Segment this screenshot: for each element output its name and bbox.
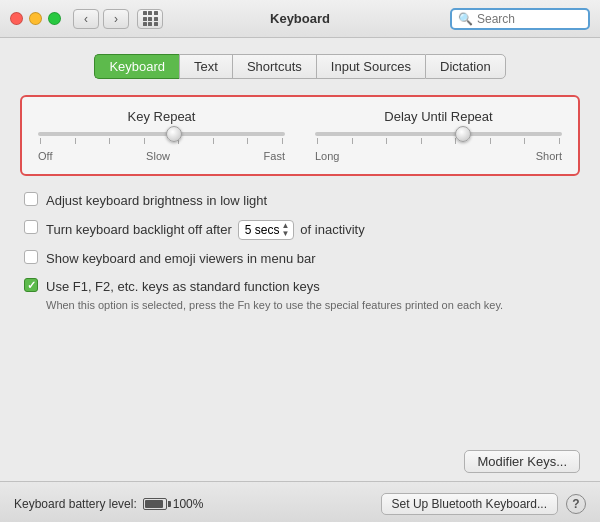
key-repeat-label: Key Repeat	[38, 109, 285, 124]
bottom-right-buttons: Set Up Bluetooth Keyboard... ?	[381, 493, 586, 515]
backlight-dropdown[interactable]: 5 secs ▲▼	[238, 220, 295, 240]
option-backlight-text: Turn keyboard backlight off after	[46, 221, 232, 239]
option-backlight: Turn keyboard backlight off after 5 secs…	[24, 220, 576, 240]
delay-repeat-slider-container	[315, 132, 562, 144]
help-button[interactable]: ?	[566, 494, 586, 514]
bottom-bar: Keyboard battery level: 100% Set Up Blue…	[0, 481, 600, 522]
tab-dictation[interactable]: Dictation	[425, 54, 506, 79]
delay-repeat-scale: Long Short	[315, 150, 562, 162]
main-content: Keyboard Text Shortcuts Input Sources Di…	[0, 38, 600, 311]
option-emoji-text: Show keyboard and emoji viewers in menu …	[46, 250, 316, 268]
option-emoji: Show keyboard and emoji viewers in menu …	[24, 250, 576, 268]
backlight-dropdown-value: 5 secs	[245, 223, 280, 237]
search-box[interactable]: 🔍	[450, 8, 590, 30]
checkbox-emoji[interactable]	[24, 250, 38, 264]
tab-text[interactable]: Text	[179, 54, 232, 79]
tabs: Keyboard Text Shortcuts Input Sources Di…	[20, 54, 580, 79]
footer: Modifier Keys... Keyboard battery level:…	[0, 442, 600, 522]
option-brightness: Adjust keyboard brightness in low light	[24, 192, 576, 210]
search-input[interactable]	[477, 12, 582, 26]
window-title: Keyboard	[270, 11, 330, 26]
option-backlight-inline: Turn keyboard backlight off after 5 secs…	[46, 220, 365, 240]
key-repeat-scale: Off Slow Fast	[38, 150, 285, 162]
key-repeat-off: Off	[38, 150, 52, 162]
delay-repeat-label: Delay Until Repeat	[315, 109, 562, 124]
option-backlight-suffix: of inactivity	[300, 221, 364, 239]
modifier-row: Modifier Keys...	[0, 442, 600, 481]
grid-icon	[143, 11, 158, 26]
key-repeat-slider-container	[38, 132, 285, 144]
option-brightness-text: Adjust keyboard brightness in low light	[46, 192, 267, 210]
tab-shortcuts[interactable]: Shortcuts	[232, 54, 316, 79]
delay-repeat-track	[315, 132, 562, 136]
battery-icon	[143, 498, 167, 510]
delay-repeat-thumb[interactable]	[455, 126, 471, 142]
dropdown-arrows-icon: ▲▼	[281, 222, 289, 238]
key-repeat-fast: Fast	[264, 150, 285, 162]
minimize-button[interactable]	[29, 12, 42, 25]
slider-section: Key Repeat Off Slow Fast Delay Until Rep…	[20, 95, 580, 176]
option-backlight-content: Turn keyboard backlight off after 5 secs…	[46, 220, 365, 240]
modifier-keys-button[interactable]: Modifier Keys...	[464, 450, 580, 473]
key-repeat-track	[38, 132, 285, 136]
tab-keyboard[interactable]: Keyboard	[94, 54, 179, 79]
option-fn-keys: ✓ Use F1, F2, etc. keys as standard func…	[24, 278, 576, 310]
forward-button[interactable]: ›	[103, 9, 129, 29]
option-fn-keys-content: Use F1, F2, etc. keys as standard functi…	[46, 278, 503, 310]
close-button[interactable]	[10, 12, 23, 25]
option-fn-keys-text: Use F1, F2, etc. keys as standard functi…	[46, 278, 503, 296]
tab-input-sources[interactable]: Input Sources	[316, 54, 425, 79]
nav-buttons: ‹ ›	[73, 9, 129, 29]
key-repeat-ticks	[38, 138, 285, 144]
delay-repeat-short: Short	[536, 150, 562, 162]
checkbox-backlight[interactable]	[24, 220, 38, 234]
key-repeat-thumb[interactable]	[166, 126, 182, 142]
battery-fill	[145, 500, 163, 508]
delay-repeat-group: Delay Until Repeat Long Short	[315, 109, 562, 162]
traffic-lights	[10, 12, 61, 25]
search-icon: 🔍	[458, 12, 473, 26]
checkbox-fn-keys[interactable]: ✓	[24, 278, 38, 292]
option-fn-keys-subtext: When this option is selected, press the …	[46, 299, 503, 311]
titlebar: ‹ › Keyboard 🔍	[0, 0, 600, 38]
battery-section: Keyboard battery level: 100%	[14, 497, 203, 511]
options-section: Adjust keyboard brightness in low light …	[20, 192, 580, 311]
key-repeat-group: Key Repeat Off Slow Fast	[38, 109, 285, 162]
delay-repeat-ticks	[315, 138, 562, 144]
key-repeat-slow: Slow	[146, 150, 170, 162]
battery-label: Keyboard battery level:	[14, 497, 137, 511]
maximize-button[interactable]	[48, 12, 61, 25]
back-button[interactable]: ‹	[73, 9, 99, 29]
battery-level: 100%	[173, 497, 204, 511]
bluetooth-keyboard-button[interactable]: Set Up Bluetooth Keyboard...	[381, 493, 558, 515]
checkbox-brightness[interactable]	[24, 192, 38, 206]
delay-repeat-long: Long	[315, 150, 339, 162]
grid-view-button[interactable]	[137, 9, 163, 29]
